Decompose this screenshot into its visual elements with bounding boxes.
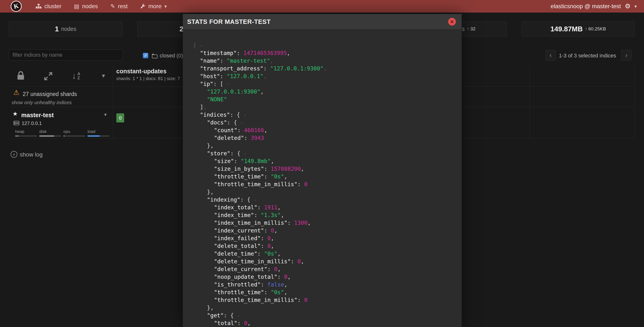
json-token-num: 460166: [244, 127, 264, 133]
sort-alpha-icon[interactable]: ↓ A Z: [72, 71, 80, 81]
node-metric-disk: disk: [39, 129, 61, 137]
json-token-key: "deleted": [214, 135, 244, 141]
json-token-key: "size_in_bytes": [214, 166, 264, 172]
expand-icon[interactable]: [44, 72, 53, 81]
json-token-punct: ,: [278, 266, 281, 272]
json-token-dim: ,: [264, 73, 267, 79]
json-token-punct: ,: [308, 220, 311, 226]
json-token-punct: :: [264, 65, 270, 72]
stat-box-size: 149.87MB ↑ 60.25KB: [522, 22, 634, 36]
close-button[interactable]: ×: [448, 18, 456, 26]
collapse-toggle[interactable]: -: [227, 81, 230, 87]
json-token-key: "docs": [207, 119, 227, 126]
menu-label-more: more: [148, 3, 162, 10]
json-token-punct: :: [291, 258, 298, 264]
menu-item-nodes[interactable]: ▤ nodes: [74, 3, 98, 10]
caret-down-icon: ▾: [164, 4, 167, 9]
json-line: "index_time": "1.3s",: [183, 211, 462, 219]
json-token-punct: :: [288, 220, 294, 226]
nodes-label: nodes: [61, 26, 76, 32]
show-unhealthy-link[interactable]: show only unhealthy indices: [12, 100, 72, 106]
json-token-str: "NONE": [207, 96, 227, 102]
json-token-punct: : {: [224, 312, 237, 318]
star-icon[interactable]: ★: [12, 111, 18, 117]
menu-item-cluster[interactable]: cluster: [36, 3, 62, 10]
shard-cell[interactable]: 0: [116, 113, 124, 122]
collapse-toggle[interactable]: -: [237, 312, 240, 318]
json-line: },: [183, 142, 462, 150]
node-metric-heap: heap: [15, 129, 37, 137]
json-token-punct: :: [278, 274, 284, 280]
json-token-punct: :: [298, 297, 304, 303]
index-column-title[interactable]: constant-updates: [116, 68, 166, 75]
kopf-logo[interactable]: K: [10, 1, 22, 12]
json-token-key: "size": [214, 158, 234, 164]
json-token-key: "index_time": [214, 212, 254, 218]
metric-fill: [88, 135, 100, 137]
settings-caret-icon[interactable]: ▾: [634, 4, 637, 9]
json-token-punct: :: [298, 181, 304, 187]
arrow-up-icon: ↑: [467, 26, 469, 31]
table-dropdown-icon[interactable]: ▼: [101, 73, 106, 79]
metric-label: cpu: [64, 129, 85, 134]
json-token-bool: false: [268, 282, 284, 288]
collapse-toggle[interactable]: -: [254, 196, 257, 203]
metric-bar: [15, 135, 37, 137]
lock-icon[interactable]: [16, 70, 25, 81]
node-metrics: heapdiskcpuload: [15, 129, 109, 137]
json-token-punct: :: [220, 58, 227, 64]
json-token-num: 0: [268, 243, 271, 249]
node-metric-load: load: [88, 129, 109, 137]
json-token-key: "ip": [200, 81, 213, 87]
json-token-key: "indices": [200, 112, 230, 118]
metric-label: disk: [39, 129, 61, 134]
json-token-key: "delete_time_in_millis": [214, 258, 291, 264]
collapse-toggle[interactable]: { -: [193, 42, 203, 48]
closed-indices-label: closed (0): [160, 52, 183, 59]
json-token-punct: :: [264, 174, 271, 180]
index-column-meta: shards: 1 * 1 | docs: 81 | size: 7: [116, 76, 180, 81]
menu-item-more[interactable]: more ▾: [140, 3, 167, 10]
menu-item-rest[interactable]: ✎ rest: [110, 3, 128, 10]
pagination-next-button[interactable]: ›: [621, 50, 632, 60]
json-token-punct: ,: [270, 158, 274, 164]
closed-indices-checkbox[interactable]: ✓: [143, 53, 148, 58]
collapse-toggle[interactable]: -: [240, 119, 244, 126]
show-log-link[interactable]: show log: [20, 151, 43, 158]
json-line: "delete_current": 0,: [183, 265, 462, 273]
json-token-punct: ,: [270, 243, 274, 249]
folder-icon: [152, 54, 158, 58]
chevron-circle-down-icon[interactable]: ∨: [10, 151, 17, 158]
json-token-key: "get": [207, 312, 224, 318]
json-token-num: 0: [304, 297, 308, 303]
json-token-str: "149.8mb": [241, 158, 271, 164]
gear-icon[interactable]: ⚙: [625, 3, 630, 10]
menu-label-nodes: nodes: [82, 3, 98, 10]
filter-indices-input[interactable]: [9, 50, 123, 60]
json-line: "store": { -: [183, 150, 462, 157]
metric-fill: [15, 135, 18, 137]
collapse-toggle[interactable]: -: [244, 150, 247, 156]
chevron-right-icon: ›: [626, 52, 628, 59]
server-icon: [14, 120, 19, 126]
json-token-key: "transport_address": [200, 65, 264, 72]
json-token-key: "host": [200, 73, 220, 79]
collapse-toggle[interactable]: -: [243, 112, 247, 118]
json-token-punct: ]: [200, 104, 203, 110]
json-line: "throttle_time": "0s",: [183, 288, 462, 296]
json-token-key: "count": [214, 127, 237, 133]
menu-label-cluster: cluster: [44, 3, 62, 10]
node-name[interactable]: master-test: [21, 112, 54, 119]
cluster-icon: [36, 4, 42, 9]
node-caret-icon[interactable]: ▾: [104, 112, 106, 118]
json-line: ],: [183, 103, 462, 111]
json-line: "host": "127.0.0.1",: [183, 72, 462, 80]
json-token-dim: ,: [324, 65, 327, 72]
json-token-punct: :: [261, 243, 268, 249]
json-token-key: "throttle_time_in_millis": [214, 297, 298, 303]
pagination-prev-button[interactable]: ‹: [546, 50, 556, 60]
json-line: { -: [183, 42, 462, 49]
json-line: },: [183, 304, 462, 312]
json-token-str: "0s": [264, 250, 278, 257]
json-token-punct: :: [236, 50, 243, 56]
